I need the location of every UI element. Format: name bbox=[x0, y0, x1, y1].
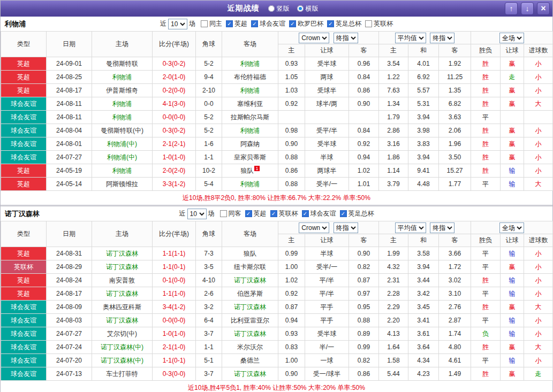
league-badge: 球会友谊 bbox=[1, 124, 47, 137]
handicap-home-odds: 0.87 bbox=[278, 301, 305, 314]
window-title: 近期战绩 bbox=[228, 4, 260, 13]
corner-score: 2-6 bbox=[196, 287, 222, 301]
filter-checkbox-英足总杯[interactable]: ✓英足总杯 bbox=[340, 209, 374, 218]
match-score: 0-1(0-0) bbox=[153, 274, 196, 287]
col-handicap-line: 让球 bbox=[305, 44, 349, 57]
goals-result-cell bbox=[524, 111, 553, 124]
result-cell: 负 bbox=[471, 327, 501, 341]
handicap-home-odds: 0.83 bbox=[278, 341, 305, 354]
corner-score: 10-2 bbox=[196, 164, 222, 178]
league-badge: 球会友谊 bbox=[1, 314, 47, 327]
goals-result-cell: 小 bbox=[524, 84, 553, 97]
filter-near-label: 近 bbox=[179, 209, 186, 218]
scroll-up-button[interactable]: ↑ bbox=[505, 2, 518, 15]
league-badge: 英超 bbox=[1, 274, 47, 287]
checkbox-checked-icon: ✓ bbox=[340, 210, 347, 217]
result-cell: 平 bbox=[471, 314, 501, 327]
filter-checkbox-球会友谊[interactable]: ✓球会友谊 bbox=[251, 19, 285, 28]
result-cell: 胜 bbox=[471, 57, 501, 71]
handicap-home-odds: 0.98 bbox=[278, 124, 305, 137]
goals-result-cell: 小 bbox=[524, 151, 553, 164]
filter-checkbox-同主[interactable]: 同主 bbox=[201, 19, 222, 28]
filter-checkbox-球会友谊[interactable]: ✓球会友谊 bbox=[302, 209, 336, 218]
match-scope-select[interactable]: 全场 bbox=[499, 33, 524, 43]
match-score: 0-3(0-2) bbox=[153, 124, 196, 137]
filter-checkbox-英联杯[interactable]: ✓英联杯 bbox=[270, 209, 298, 218]
corner-score: 9-4 bbox=[196, 71, 222, 84]
close-button[interactable]: × bbox=[537, 2, 550, 15]
avg-draw-odds: 3.98 bbox=[408, 124, 439, 137]
match-score: 2-1(1-0) bbox=[153, 341, 196, 354]
filter-checkbox-英超[interactable]: ✓英超 bbox=[226, 19, 247, 28]
handicap-result-cell: 输 bbox=[501, 287, 524, 301]
away-team: 狼队 bbox=[222, 247, 278, 260]
view-option-vertical[interactable]: 竖版 bbox=[268, 4, 290, 13]
away-team: 利物浦 bbox=[222, 124, 278, 137]
goals-result-cell: 大 bbox=[524, 178, 553, 191]
handicap-home-odds: 0.90 bbox=[278, 367, 305, 381]
result-cell: 胜 bbox=[471, 274, 501, 287]
col-score: 比分(半场) bbox=[153, 221, 196, 247]
avg-odds-select[interactable]: 平均值 bbox=[395, 33, 426, 43]
col-handicap-home: 主 bbox=[278, 44, 305, 57]
avg-away-odds: 1.92 bbox=[439, 57, 471, 71]
avg-draw-odds: 9.41 bbox=[408, 164, 439, 178]
odds-stage-select[interactable]: 终指 bbox=[334, 222, 358, 233]
league-filter-checkboxes: 同主✓英超✓球会友谊✓欧罗巴杯✓英足总杯英联杯 bbox=[197, 19, 393, 28]
handicap-odds-group: Crown 终指 bbox=[278, 32, 379, 44]
filter-checkbox-同客[interactable]: 同客 bbox=[220, 209, 241, 218]
avg-away-odds: 3.63 bbox=[439, 111, 471, 124]
filter-checkbox-英联杯[interactable]: 英联杯 bbox=[365, 19, 393, 28]
col-handicap-line: 让球 bbox=[305, 234, 349, 247]
section-summary: 近10场,胜8平2负0, 胜率:80% 让胜率:66.7% 大率:22.2% 单… bbox=[1, 191, 552, 205]
away-team: 布伦特福德 bbox=[222, 71, 278, 84]
avg-home-odds: 1.22 bbox=[379, 71, 408, 84]
odds-stage-select-2[interactable]: 终指 bbox=[430, 222, 454, 233]
match-score: 2-0(2-0) bbox=[153, 164, 196, 178]
corner-score: 3-5 bbox=[196, 260, 222, 274]
match-score: 1-1(1-1) bbox=[153, 247, 196, 260]
match-score: 3-4(1-2) bbox=[153, 301, 196, 314]
checkbox-label: 同客 bbox=[229, 209, 241, 218]
filter-checkbox-英足总杯[interactable]: ✓英足总杯 bbox=[327, 19, 361, 28]
home-team: 利物浦(中) bbox=[92, 151, 153, 164]
match-scope-select[interactable]: 全场 bbox=[499, 222, 524, 233]
avg-draw-odds: 4.48 bbox=[408, 178, 439, 191]
bookmaker-select[interactable]: Crown bbox=[299, 222, 329, 233]
home-team: 奥林匹亚科斯 bbox=[92, 301, 153, 314]
col-away: 客场 bbox=[222, 32, 278, 57]
corner-score: 3-7 bbox=[196, 367, 222, 381]
odds-stage-select-2[interactable]: 终指 bbox=[430, 33, 454, 43]
handicap-away-odds: 0.84 bbox=[349, 71, 379, 84]
avg-draw-odds: 3.64 bbox=[408, 341, 439, 354]
filter-checkbox-英超[interactable]: ✓英超 bbox=[245, 209, 267, 218]
match-date: 24-09-01 bbox=[47, 57, 92, 71]
filter-checkbox-欧罗巴杯[interactable]: ✓欧罗巴杯 bbox=[289, 19, 323, 28]
avg-away-odds: 1.72 bbox=[439, 260, 471, 274]
handicap-line: 半球 bbox=[305, 247, 349, 260]
match-count-select[interactable]: 10 bbox=[187, 209, 207, 219]
bookmaker-select[interactable]: Crown bbox=[299, 33, 329, 43]
col-goals-result: 进球数 bbox=[524, 234, 553, 247]
match-score: 1-1(0-1) bbox=[153, 354, 196, 367]
goals-result-cell: 小 bbox=[524, 71, 553, 84]
match-count-select[interactable]: 10 bbox=[168, 19, 187, 29]
avg-away-odds: 15.27 bbox=[439, 164, 471, 178]
avg-draw-odds: 3.45 bbox=[408, 301, 439, 314]
away-team: 米尔沃尔 bbox=[222, 341, 278, 354]
avg-draw-odds: 3.58 bbox=[408, 247, 439, 260]
avg-away-odds: 2.87 bbox=[439, 314, 471, 327]
avg-odds-select[interactable]: 平均值 bbox=[395, 222, 426, 233]
away-team: 拉斯帕尔马斯 bbox=[222, 111, 278, 124]
result-cell: 平 bbox=[471, 178, 501, 191]
odds-stage-select[interactable]: 终指 bbox=[334, 33, 358, 43]
handicap-result-cell: 赢 bbox=[501, 367, 524, 381]
corner-score: 1-1 bbox=[196, 341, 222, 354]
league-badge: 英超 bbox=[1, 164, 47, 178]
scroll-down-button[interactable]: ↓ bbox=[521, 2, 534, 15]
view-option-horizontal[interactable]: 横版 bbox=[297, 4, 319, 13]
card-count-badge: 1 bbox=[254, 166, 259, 171]
result-group: 全场 bbox=[471, 221, 553, 234]
home-team: 艾尔切(中) bbox=[92, 327, 153, 341]
avg-away-odds: 1.35 bbox=[439, 84, 471, 97]
